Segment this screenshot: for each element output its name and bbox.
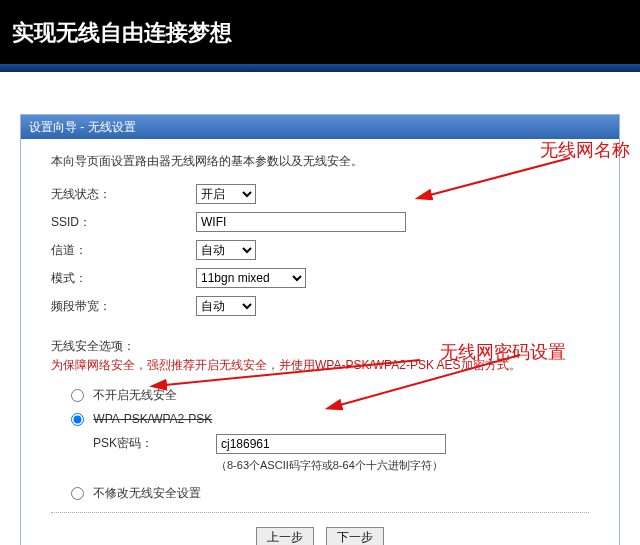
security-warning: 为保障网络安全，强烈推荐开启无线安全，并使用WPA-PSK/WPA2-PSK A… — [51, 355, 589, 377]
psk-hint: （8-63个ASCII码字符或8-64个十六进制字符） — [216, 458, 589, 473]
label-bandwidth: 频段带宽： — [51, 298, 196, 315]
radio-row-wpa[interactable]: WPA-PSK/WPA2-PSK — [71, 412, 589, 426]
radio-nochange[interactable] — [71, 487, 84, 500]
radio-no-security[interactable] — [71, 389, 84, 402]
next-button[interactable]: 下一步 — [326, 527, 384, 545]
label-psk: PSK密码： — [93, 435, 216, 452]
prev-button[interactable]: 上一步 — [256, 527, 314, 545]
radio-wpa-label: WPA-PSK/WPA2-PSK — [93, 412, 212, 426]
label-ssid: SSID： — [51, 214, 196, 231]
banner-title: 实现无线自由连接梦想 — [12, 20, 232, 45]
radio-row-nochange[interactable]: 不修改无线安全设置 — [71, 485, 589, 502]
radio-wpa[interactable] — [71, 413, 84, 426]
intro-text: 本向导页面设置路由器无线网络的基本参数以及无线安全。 — [51, 153, 589, 170]
panel-title: 设置向导 - 无线设置 — [21, 115, 619, 139]
select-mode[interactable]: 11bgn mixed — [196, 268, 306, 288]
select-bandwidth[interactable]: 自动 — [196, 296, 256, 316]
select-wireless-state[interactable]: 开启 — [196, 184, 256, 204]
label-wireless-state: 无线状态： — [51, 186, 196, 203]
label-mode: 模式： — [51, 270, 196, 287]
input-ssid[interactable] — [196, 212, 406, 232]
radio-no-security-label: 不开启无线安全 — [93, 388, 177, 402]
radio-row-none[interactable]: 不开启无线安全 — [71, 387, 589, 404]
banner-divider — [0, 64, 640, 74]
select-channel[interactable]: 自动 — [196, 240, 256, 260]
input-psk[interactable] — [216, 434, 446, 454]
wizard-panel: 设置向导 - 无线设置 本向导页面设置路由器无线网络的基本参数以及无线安全。 无… — [20, 114, 620, 545]
button-bar: 上一步 下一步 — [51, 512, 589, 545]
radio-nochange-label: 不修改无线安全设置 — [93, 486, 201, 500]
banner: 实现无线自由连接梦想 — [0, 0, 640, 64]
label-channel: 信道： — [51, 242, 196, 259]
label-security-option: 无线安全选项： — [51, 338, 589, 355]
